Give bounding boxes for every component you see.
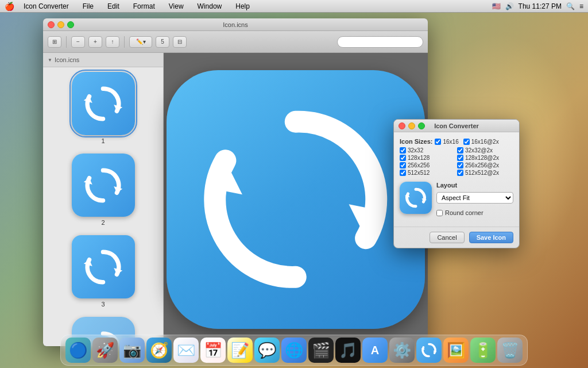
sidebar-item-2[interactable]: 2 [43,149,163,231]
layout-label: Layout [436,182,513,189]
dock-calendar[interactable]: 📅 [200,338,226,363]
size-label-512x512-2x: 512x512@2x [465,170,499,176]
menubar-items: Icon Converter File Edit Format View Win… [21,1,252,12]
menubar-view[interactable]: View [167,1,186,12]
dock-system-prefs[interactable]: ⚙️ [389,338,415,363]
dock-music[interactable]: 🎵 [335,338,361,363]
dock-trash[interactable]: 🗑️ [497,338,523,363]
toolbar-separator-2 [124,36,125,48]
sidebar-refresh-icon-2 [82,164,125,207]
close-button[interactable] [48,21,55,28]
dock-notes[interactable]: 📝 [227,338,253,363]
dock-safari[interactable]: 🧭 [146,338,172,363]
dialog-maximize-button[interactable] [418,122,425,129]
sidebar-item-3[interactable]: 3 [43,231,163,312]
size-label-32x32: 32x32 [408,147,423,154]
size-label-512x512: 512x512 [408,170,430,176]
dock-launchpad[interactable]: 🚀 [92,338,118,363]
size-check-512x512-2x[interactable] [457,170,463,176]
dialog-minimize-button[interactable] [408,122,415,129]
zoom-in-button[interactable]: + [88,36,102,48]
dock-messages[interactable]: 💬 [254,338,280,363]
dock-finder[interactable]: 🔵 [65,338,91,363]
dock-icon-converter[interactable] [416,338,442,363]
sidebar-refresh-icon-3 [82,246,125,289]
layout-controls: Layout Aspect Fit Stretch Tile Round cor… [436,182,513,216]
size-label-16x16-2x: 16x16@2x [471,139,499,145]
size-check-32x32[interactable] [400,147,406,154]
minimize-button[interactable] [57,21,64,28]
search-input[interactable] [337,36,423,48]
menubar-help[interactable]: Help [233,1,252,12]
sidebar-item-1[interactable]: 1 [43,67,163,149]
menubar-right: 🇺🇸 🔊 Thu 11:27 PM 🔍 ≡ [492,2,583,10]
cancel-button[interactable]: Cancel [430,232,464,243]
size-checkbox-128x128[interactable]: 128x128 [400,155,456,161]
dialog-close-button[interactable] [399,122,405,129]
sidebar-label-3: 3 [101,301,105,308]
icon-sizes-label: Icon Sizes: [400,138,432,145]
size-checkbox-256x256-2x[interactable]: 256x256@2x [457,162,513,168]
menubar-edit[interactable]: Edit [105,1,122,12]
dock-video[interactable]: 🎬 [308,338,334,363]
sizes-header: Icon Sizes: 16x16 16x16@2x [400,138,513,145]
size-label-128x128-2x: 128x128@2x [465,155,499,161]
size-checkbox-512x512-2x[interactable]: 512x512@2x [457,170,513,176]
pencil-button[interactable]: ✏️▾ [129,36,152,48]
dock-globe[interactable]: 🌐 [281,338,307,363]
menu-search[interactable]: 🔍 [566,2,575,10]
grid-view-button[interactable]: ⊞ [48,36,61,48]
sidebar-title: Icon.icns [55,56,79,63]
size-check-16x16[interactable] [435,139,441,145]
main-refresh-icon [199,102,393,297]
save-icon-button[interactable]: Save Icon [469,232,513,243]
layout-section: Layout Aspect Fit Stretch Tile Round cor… [400,182,513,216]
layout-select[interactable]: Aspect Fit Stretch Tile [436,192,513,204]
maximize-button[interactable] [67,21,74,28]
size-checkbox-256x256[interactable]: 256x256 [400,162,456,168]
menu-time: Thu 11:27 PM [519,2,562,10]
grid-button[interactable]: ⊟ [173,36,187,48]
size-check-128x128[interactable] [400,155,406,161]
size-check-512x512[interactable] [400,170,406,176]
dock-appstore[interactable]: A [362,338,388,363]
dock-battery-app[interactable]: 🔋 [470,338,496,363]
zoom-out-button[interactable]: − [71,36,85,48]
menu-flag: 🇺🇸 [492,2,501,10]
size-check-256x256[interactable] [400,162,406,168]
size-check-256x256-2x[interactable] [457,162,463,168]
size-check-128x128-2x[interactable] [457,155,463,161]
apple-menu[interactable]: 🍎 [5,2,14,11]
menubar-format[interactable]: Format [131,1,157,12]
sidebar-triangle: ▼ [48,57,52,63]
dock-photo-app[interactable]: 📷 [119,338,145,363]
size-checkbox-32x32-2x[interactable]: 32x32@2x [457,147,513,154]
sidebar: ▼ Icon.icns 1 [43,53,164,346]
menubar-file[interactable]: File [80,1,96,12]
layout-preview-icon [400,182,432,214]
size-label-16x16: 16x16 [443,139,458,145]
number-button[interactable]: 5 [156,36,169,48]
size-checkbox-512x512[interactable]: 512x512 [400,170,456,176]
sidebar-label-1: 1 [101,137,105,144]
round-corner-checkbox[interactable] [436,210,443,216]
big-icon-display [167,70,425,329]
size-checkbox-16x16[interactable]: 16x16 [435,139,458,145]
size-check-16x16-2x[interactable] [463,139,470,145]
size-checkbox-128x128-2x[interactable]: 128x128@2x [457,155,513,161]
dialog-traffic-lights [399,122,425,129]
menubar-app-name[interactable]: Icon Converter [21,1,71,12]
dock-photos2[interactable]: 🖼️ [443,338,469,363]
size-checkbox-16x16-2x[interactable]: 16x16@2x [463,139,499,145]
dock-mail[interactable]: ✉️ [173,338,199,363]
menu-bullets[interactable]: ≡ [579,2,583,10]
menubar-window[interactable]: Window [195,1,225,12]
size-checkbox-32x32[interactable]: 32x32 [400,147,456,154]
size-check-32x32-2x[interactable] [457,147,463,154]
share-button[interactable]: ↑ [106,36,119,48]
menu-volume: 🔊 [505,2,514,10]
dialog-buttons: Cancel Save Icon [394,227,519,248]
sidebar-icon-canvas-3 [72,235,135,298]
sidebar-header: ▼ Icon.icns [43,53,163,67]
desktop: Icon.icns ⊞ − + ↑ ✏️▾ 5 ⊟ ▼ Icon.icns [0,13,588,368]
